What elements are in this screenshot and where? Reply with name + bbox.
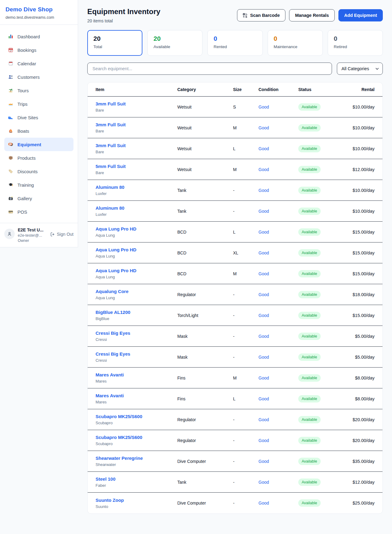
item-name-link[interactable]: Aqua Lung Pro HD (96, 247, 136, 252)
item-size: M (233, 376, 258, 380)
stat-card-retired[interactable]: 0 Retired (328, 30, 383, 56)
stat-label: Maintenance (274, 44, 317, 49)
item-name-link[interactable]: 5mm Full Suit (96, 164, 126, 169)
item-condition-link[interactable]: Good (258, 417, 269, 422)
status-badge: Available (298, 458, 321, 465)
item-condition-link[interactable]: Good (258, 376, 269, 380)
item-condition-link[interactable]: Good (258, 209, 269, 214)
item-category: Regulator (177, 292, 233, 297)
item-category: BCD (177, 250, 233, 255)
sidebar-item-bookings[interactable]: 17 Bookings (4, 43, 74, 57)
title-block: Equipment Inventory 20 items total (87, 7, 160, 23)
item-cell: BigBlue AL1200 BigBlue (96, 310, 177, 321)
sidebar-item-pos[interactable]: POS (4, 205, 74, 219)
column-header-item: Item (96, 87, 177, 92)
stat-card-rented[interactable]: 0 Rented (207, 30, 262, 56)
sidebar-item-trips[interactable]: Trips (4, 97, 74, 111)
sidebar-item-training[interactable]: Training (4, 178, 74, 192)
sidebar-item-discounts[interactable]: Discounts (4, 165, 74, 178)
item-size: - (233, 459, 258, 464)
item-name-link[interactable]: Aqua Lung Pro HD (96, 226, 136, 231)
item-rental-rate: $20.00/day (346, 438, 375, 443)
category-filter-select[interactable]: All Categories (337, 63, 383, 75)
item-condition-link[interactable]: Good (258, 480, 269, 485)
sailboat-icon (8, 128, 13, 133)
sidebar-item-calendar[interactable]: Calendar (4, 57, 74, 70)
item-condition-link[interactable]: Good (258, 396, 269, 401)
item-condition-link[interactable]: Good (258, 188, 269, 193)
manage-rentals-button[interactable]: Manage Rentals (289, 9, 334, 21)
item-name-link[interactable]: Shearwater Peregrine (96, 456, 143, 461)
item-condition-link[interactable]: Good (258, 355, 269, 360)
sign-out-button[interactable]: Sign Out (50, 232, 74, 237)
item-name-link[interactable]: Aluminum 80 (96, 205, 124, 211)
sidebar-item-customers[interactable]: Customers (4, 70, 74, 84)
item-rental-rate: $8.00/day (346, 396, 375, 401)
camera-icon (8, 196, 13, 201)
scan-barcode-button[interactable]: Scan Barcode (237, 9, 286, 21)
sidebar-item-equipment[interactable]: Equipment (4, 138, 74, 151)
item-name-link[interactable]: Cressi Big Eyes (96, 330, 130, 336)
item-name-link[interactable]: 3mm Full Suit (96, 101, 126, 106)
item-name-link[interactable]: Aqua Lung Pro HD (96, 268, 136, 273)
item-name-link[interactable]: Suunto Zoop (96, 498, 124, 503)
status-badge: Available (298, 166, 321, 173)
item-cell: Mares Avanti Mares (96, 372, 177, 383)
item-name-link[interactable]: Mares Avanti (96, 393, 124, 398)
item-name-link[interactable]: 3mm Full Suit (96, 143, 126, 148)
table-row: Mares Avanti Mares Fins M Good Available… (88, 368, 383, 388)
item-brand: Cressi (96, 358, 177, 363)
item-condition-link[interactable]: Good (258, 146, 269, 151)
sidebar-item-boats[interactable]: Boats (4, 124, 74, 138)
table-row: Scubapro MK25/S600 Scubapro Regulator - … (88, 430, 383, 451)
item-category: Fins (177, 396, 233, 401)
item-condition-link[interactable]: Good (258, 250, 269, 255)
item-size: M (233, 271, 258, 276)
item-size: - (233, 313, 258, 318)
wave-icon (8, 115, 13, 120)
stat-card-total[interactable]: 20 Total (87, 30, 142, 56)
item-name-link[interactable]: Cressi Big Eyes (96, 351, 130, 357)
item-condition-link[interactable]: Good (258, 334, 269, 339)
item-condition-link[interactable]: Good (258, 230, 269, 235)
item-brand: Cressi (96, 337, 177, 342)
stat-card-available[interactable]: 20 Available (147, 30, 202, 56)
stat-card-maintenance[interactable]: 0 Maintenance (268, 30, 323, 56)
status-cell: Available (298, 145, 346, 152)
item-name-link[interactable]: 3mm Full Suit (96, 122, 126, 127)
item-size: M (233, 167, 258, 172)
item-category: Wetsuit (177, 105, 233, 109)
sidebar-item-label: Boats (17, 128, 29, 134)
item-name-link[interactable]: Aluminum 80 (96, 185, 124, 190)
item-condition-link[interactable]: Good (258, 501, 269, 505)
bar-chart-icon (8, 34, 13, 39)
item-condition-link[interactable]: Good (258, 271, 269, 276)
item-rental-rate: $35.00/day (346, 459, 375, 464)
condition-cell: Good (258, 396, 298, 402)
sidebar-item-products[interactable]: Products (4, 151, 74, 165)
item-cell: Scubapro MK25/S600 Scubapro (96, 435, 177, 446)
table-row: Aluminum 80 Luxfer Tank - Good Available… (88, 201, 383, 222)
item-name-link[interactable]: Scubapro MK25/S600 (96, 414, 142, 419)
item-condition-link[interactable]: Good (258, 459, 269, 464)
item-condition-link[interactable]: Good (258, 438, 269, 443)
item-name-link[interactable]: Steel 100 (96, 476, 115, 482)
item-name-link[interactable]: Mares Avanti (96, 372, 124, 377)
item-condition-link[interactable]: Good (258, 125, 269, 130)
item-condition-link[interactable]: Good (258, 105, 269, 109)
sidebar-item-dive-sites[interactable]: Dive Sites (4, 111, 74, 124)
condition-cell: Good (258, 459, 298, 464)
status-cell: Available (298, 395, 346, 402)
item-condition-link[interactable]: Good (258, 292, 269, 297)
sidebar-item-dashboard[interactable]: Dashboard (4, 30, 74, 43)
item-name-link[interactable]: Scubapro MK25/S600 (96, 435, 142, 440)
item-condition-link[interactable]: Good (258, 313, 269, 318)
item-name-link[interactable]: Aqualung Core (96, 289, 129, 294)
sidebar-item-gallery[interactable]: Gallery (4, 192, 74, 205)
sidebar-item-tours[interactable]: Tours (4, 84, 74, 97)
search-input[interactable] (87, 63, 332, 75)
item-condition-link[interactable]: Good (258, 167, 269, 172)
add-equipment-button[interactable]: Add Equipment (338, 9, 383, 21)
calendar-icon (8, 61, 13, 66)
item-name-link[interactable]: BigBlue AL1200 (96, 310, 130, 315)
